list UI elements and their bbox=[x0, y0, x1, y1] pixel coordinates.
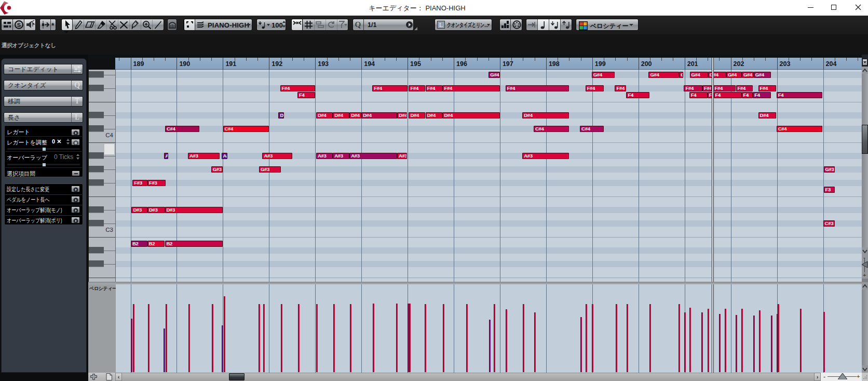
svg-text:S: S bbox=[17, 22, 21, 28]
